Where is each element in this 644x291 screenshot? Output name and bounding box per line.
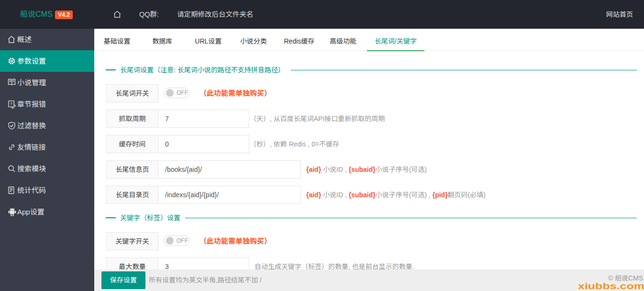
svg-text:?: ?: [10, 101, 12, 106]
